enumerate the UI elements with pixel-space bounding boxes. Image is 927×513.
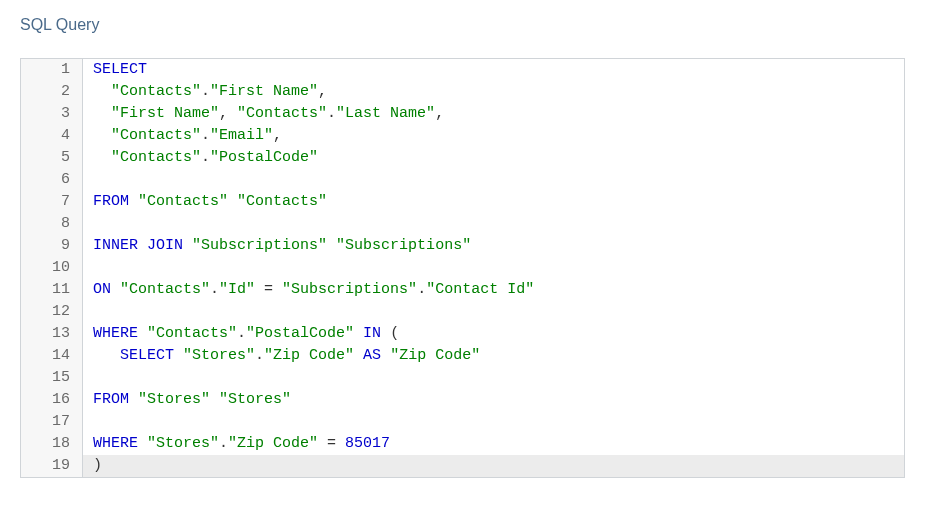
code-line: 6 [21,169,904,191]
line-number: 10 [21,257,83,279]
line-number: 16 [21,389,83,411]
code-line: 5 "Contacts"."PostalCode" [21,147,904,169]
code-line: 3 "First Name", "Contacts"."Last Name", [21,103,904,125]
code-line: 4 "Contacts"."Email", [21,125,904,147]
line-number: 15 [21,367,83,389]
code-line: 2 "Contacts"."First Name", [21,81,904,103]
line-number: 7 [21,191,83,213]
code-line: 16 FROM "Stores" "Stores" [21,389,904,411]
code-line: 18 WHERE "Stores"."Zip Code" = 85017 [21,433,904,455]
code-content[interactable] [83,169,102,191]
code-line: 7 FROM "Contacts" "Contacts" [21,191,904,213]
code-line: 17 [21,411,904,433]
code-content[interactable]: "Contacts"."PostalCode" [83,147,318,169]
line-number: 1 [21,59,83,81]
code-line: 14 SELECT "Stores"."Zip Code" AS "Zip Co… [21,345,904,367]
sql-editor[interactable]: 1 SELECT 2 "Contacts"."First Name", 3 "F… [20,58,905,478]
line-number: 11 [21,279,83,301]
code-content[interactable]: "Contacts"."Email", [83,125,282,147]
line-number: 8 [21,213,83,235]
line-number: 13 [21,323,83,345]
code-content[interactable]: WHERE "Contacts"."PostalCode" IN ( [83,323,399,345]
line-number: 17 [21,411,83,433]
code-content[interactable]: "Contacts"."First Name", [83,81,327,103]
code-content[interactable]: "First Name", "Contacts"."Last Name", [83,103,444,125]
code-line: 19 ) [21,455,904,477]
line-number: 9 [21,235,83,257]
code-line: 9 INNER JOIN "Subscriptions" "Subscripti… [21,235,904,257]
panel-title: SQL Query [20,16,907,34]
code-content[interactable] [83,257,102,279]
line-number: 19 [21,455,83,477]
code-content[interactable]: ON "Contacts"."Id" = "Subscriptions"."Co… [83,279,534,301]
code-line: 12 [21,301,904,323]
code-line: 15 [21,367,904,389]
code-content[interactable] [83,367,102,389]
code-line: 13 WHERE "Contacts"."PostalCode" IN ( [21,323,904,345]
line-number: 5 [21,147,83,169]
code-content[interactable]: SELECT "Stores"."Zip Code" AS "Zip Code" [83,345,480,367]
code-content[interactable]: FROM "Stores" "Stores" [83,389,291,411]
code-content[interactable] [83,213,102,235]
code-content[interactable]: ) [83,455,102,477]
line-number: 4 [21,125,83,147]
line-number: 14 [21,345,83,367]
code-line: 8 [21,213,904,235]
code-content[interactable]: WHERE "Stores"."Zip Code" = 85017 [83,433,390,455]
code-line: 11 ON "Contacts"."Id" = "Subscriptions".… [21,279,904,301]
line-number: 2 [21,81,83,103]
code-content[interactable]: INNER JOIN "Subscriptions" "Subscription… [83,235,471,257]
code-content[interactable] [83,411,102,433]
code-line: 1 SELECT [21,59,904,81]
line-number: 6 [21,169,83,191]
code-line: 10 [21,257,904,279]
code-content[interactable] [83,301,102,323]
line-number: 12 [21,301,83,323]
code-content[interactable]: FROM "Contacts" "Contacts" [83,191,327,213]
line-number: 18 [21,433,83,455]
code-content[interactable]: SELECT [83,59,147,81]
line-number: 3 [21,103,83,125]
